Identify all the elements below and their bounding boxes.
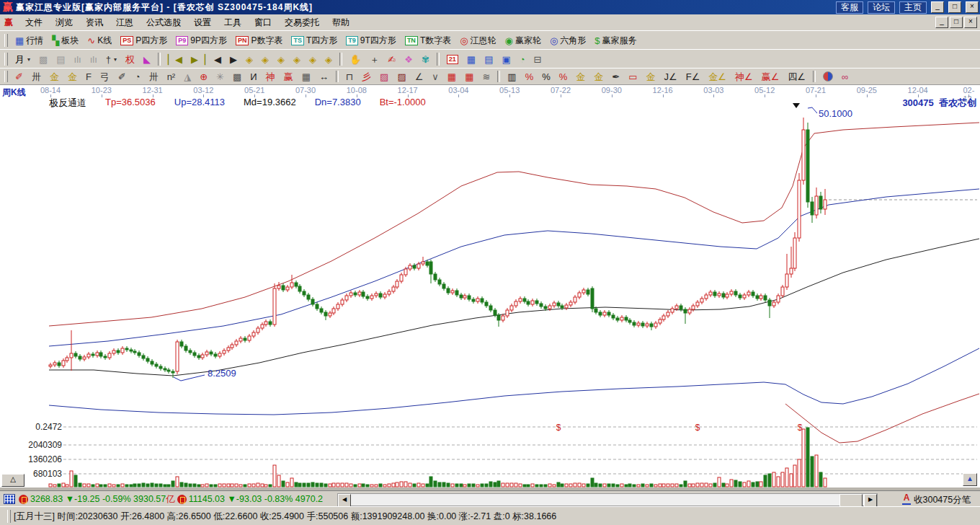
box-line-button[interactable]: ▭ bbox=[624, 68, 641, 85]
pane-tool-button[interactable]: ⊓ bbox=[342, 68, 357, 85]
gann-diamond-star-button[interactable]: ◈ bbox=[305, 50, 321, 68]
scroll-right-button[interactable]: ▶ bbox=[864, 494, 877, 507]
angle-shen-button[interactable]: 神∠ bbox=[731, 68, 757, 85]
menu-item-7[interactable]: 窗口 bbox=[248, 15, 278, 30]
fan-square-2-button[interactable]: ▨ bbox=[393, 68, 410, 85]
chart-scrollbar[interactable]: ◀ ▶ bbox=[337, 493, 878, 506]
percent-button[interactable]: % bbox=[538, 68, 555, 85]
gann-diamond-h-button[interactable]: ◈ bbox=[273, 50, 289, 68]
9t-square-button[interactable]: T99T四方形 bbox=[342, 32, 401, 49]
star-square-button[interactable]: ▩ bbox=[228, 68, 246, 85]
red-grid-1-button[interactable]: ▦ bbox=[443, 68, 460, 85]
red-grid-2-button[interactable]: ▦ bbox=[460, 68, 478, 85]
mdi-restore-button[interactable]: □ bbox=[950, 17, 963, 28]
close-button[interactable]: × bbox=[966, 1, 979, 13]
menu-item-0[interactable]: 文件 bbox=[19, 15, 49, 30]
last-page-button[interactable]: ▶▕ bbox=[187, 50, 210, 68]
color-chart-button[interactable]: ◣ bbox=[139, 50, 155, 68]
fan-square-1-button[interactable]: ▨ bbox=[375, 68, 393, 85]
t-number-table-button[interactable]: TNT数字表 bbox=[401, 32, 455, 49]
expand-bars-button[interactable]: ılı bbox=[86, 50, 102, 68]
customer-service-button[interactable]: 客服 bbox=[836, 1, 863, 14]
quotes-button[interactable]: ▦行情 bbox=[11, 32, 48, 49]
gann-diamond-all-button[interactable]: ◈ bbox=[321, 50, 337, 68]
pane-expand-button[interactable]: △ bbox=[1, 474, 24, 487]
angle-gold-button[interactable]: 金∠ bbox=[704, 68, 731, 85]
print-button[interactable]: ⊟ bbox=[530, 50, 546, 68]
menu-item-1[interactable]: 浏览 bbox=[49, 15, 79, 30]
gann-box-button[interactable]: ▥ bbox=[503, 68, 520, 85]
red-fan-button[interactable]: 彡 bbox=[357, 68, 375, 85]
gann-diamond-right-button[interactable]: ◈ bbox=[257, 50, 273, 68]
ying-tool-button[interactable]: 赢 bbox=[280, 68, 298, 85]
compress-bars-button[interactable]: ılı bbox=[70, 50, 86, 68]
menu-item-4[interactable]: 公式选股 bbox=[140, 15, 187, 30]
angle-j-button[interactable]: J∠ bbox=[660, 68, 682, 85]
scrollbar-track[interactable] bbox=[351, 494, 864, 506]
drag-hand-button[interactable]: ✋ bbox=[345, 50, 365, 68]
mark-pen-button[interactable]: ✍ bbox=[383, 50, 400, 68]
menu-item-6[interactable]: 工具 bbox=[218, 15, 248, 30]
f-grid-button[interactable]: F bbox=[81, 68, 96, 85]
percent-line-button[interactable]: % bbox=[521, 68, 538, 85]
angle-si-button[interactable]: 四∠ bbox=[783, 68, 810, 85]
n-squared-button[interactable]: n² bbox=[163, 68, 180, 85]
multi-lines-button[interactable]: ≋ bbox=[478, 68, 494, 85]
mdi-close-button[interactable]: × bbox=[964, 17, 977, 28]
calculator-button[interactable]: ▦ bbox=[463, 50, 480, 68]
gold-grid-1-button[interactable]: 金 bbox=[45, 68, 63, 85]
zigzag-n-button[interactable]: И bbox=[246, 68, 261, 85]
candle-style-dropdown[interactable]: ▾ bbox=[114, 56, 117, 63]
percent-red-button[interactable]: % bbox=[555, 68, 572, 85]
starburst-button[interactable]: ✳ bbox=[212, 68, 228, 85]
yinyang-button[interactable] bbox=[819, 68, 837, 85]
period-month-dropdown[interactable]: ▾ bbox=[27, 56, 30, 63]
pane-up-button[interactable]: ▲ bbox=[963, 473, 977, 486]
triangle-tool-button[interactable]: ◮ bbox=[179, 68, 195, 85]
menu-item-9[interactable]: 帮助 bbox=[326, 15, 356, 30]
minimize-button[interactable]: _ bbox=[931, 1, 944, 13]
candle-style-button[interactable]: †▾ bbox=[102, 50, 121, 68]
winner-service-button[interactable]: $赢家服务 bbox=[590, 32, 641, 49]
save-button[interactable]: ▣ bbox=[497, 50, 514, 68]
restoration-button[interactable]: 权 bbox=[121, 50, 139, 68]
pink-tool-button[interactable]: ❖ bbox=[400, 50, 417, 68]
gold-angle-button[interactable]: 金 bbox=[642, 68, 660, 85]
shen-tool-button[interactable]: 神 bbox=[262, 68, 280, 85]
first-page-button[interactable]: ▏◀ bbox=[164, 50, 187, 68]
sectors-button[interactable]: ▚板块 bbox=[48, 32, 83, 49]
bow-grid-button[interactable]: 弓 bbox=[96, 68, 114, 85]
gold-circle-button[interactable]: 金 bbox=[571, 68, 589, 85]
compass-button[interactable]: ◔ bbox=[130, 68, 145, 85]
calendar-button[interactable]: 21 bbox=[442, 50, 463, 68]
kline-button[interactable]: ∿K线 bbox=[83, 32, 116, 49]
lines-grid-button[interactable]: 卅 bbox=[145, 68, 163, 85]
mdi-minimize-button[interactable]: _ bbox=[935, 17, 948, 28]
menu-item-3[interactable]: 江恩 bbox=[110, 15, 140, 30]
teal-tool-button[interactable]: ✾ bbox=[417, 50, 434, 68]
angle-knife-button[interactable]: ✐ bbox=[11, 68, 27, 85]
9p-square-button[interactable]: P99P四方形 bbox=[172, 32, 231, 49]
period-month-button[interactable]: 月▾ bbox=[11, 50, 35, 68]
quotes-grid-icon[interactable] bbox=[4, 494, 15, 504]
p-number-table-button[interactable]: PNP数字表 bbox=[231, 32, 288, 49]
scrollbar-thumb[interactable] bbox=[839, 494, 863, 507]
page-prev-button[interactable]: ◀ bbox=[210, 50, 226, 68]
notebook-button[interactable]: ▤ bbox=[480, 50, 497, 68]
forum-button[interactable]: 论坛 bbox=[868, 1, 895, 14]
p-square-button[interactable]: PSP四方形 bbox=[116, 32, 172, 49]
zigzag-v-button[interactable]: ∨ bbox=[427, 68, 443, 85]
t-square-button[interactable]: TST四方形 bbox=[287, 32, 342, 49]
h-measure-button[interactable]: ↔ bbox=[315, 68, 333, 85]
winner-wheel-button[interactable]: ◉赢家轮 bbox=[501, 32, 545, 49]
scroll-left-button[interactable]: ◀ bbox=[338, 494, 351, 507]
homepage-button[interactable]: 主页 bbox=[899, 1, 927, 14]
circle-cross-button[interactable]: ⊕ bbox=[195, 68, 212, 85]
overlay-button[interactable]: ▩ bbox=[35, 50, 52, 68]
menu-item-5[interactable]: 设置 bbox=[187, 15, 218, 30]
angle-ying-button[interactable]: 赢∠ bbox=[757, 68, 784, 85]
grid-tool-button[interactable]: 卅 bbox=[27, 68, 45, 85]
angle-pencil-button[interactable]: ∠ bbox=[411, 68, 428, 85]
menu-item-8[interactable]: 交易委托 bbox=[278, 15, 326, 30]
gann-diamond-left-button[interactable]: ◈ bbox=[241, 50, 257, 68]
